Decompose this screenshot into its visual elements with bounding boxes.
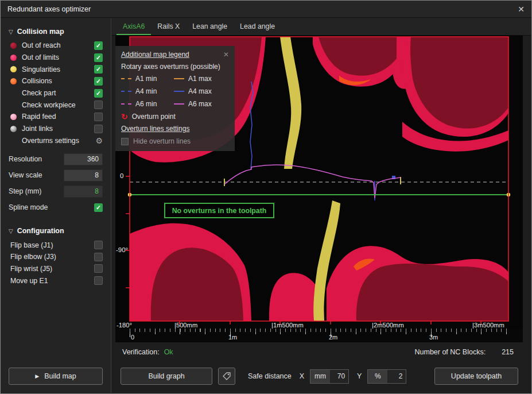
title-bar: Redundant axes optimizer ✕ — [1, 1, 531, 18]
check-workpiece-checkbox[interactable] — [94, 101, 103, 109]
ruler-label-1m: 1m — [228, 334, 237, 341]
collision-map-title: Collision map — [17, 28, 64, 36]
build-graph-label: Build graph — [148, 372, 184, 380]
step-row: Step (mm) — [1, 183, 111, 199]
overturn-lines-settings-link[interactable]: Overturn lines settings — [121, 125, 229, 133]
verification-label: Verification: — [122, 348, 160, 356]
ruler-label-0: 0 — [131, 334, 134, 341]
safe-distance-y-label: Y — [357, 372, 362, 380]
gear-icon[interactable]: ⚙ — [95, 136, 103, 145]
y-unit-select[interactable]: % — [368, 370, 387, 383]
collisions-checkbox[interactable]: ✓ — [94, 77, 103, 86]
a6-min-line-sample — [121, 103, 131, 105]
resolution-input[interactable] — [64, 153, 103, 165]
a1-min-line-sample — [121, 78, 131, 79]
flip-elbow-checkbox[interactable] — [94, 253, 103, 261]
nc-blocks-value: 215 — [502, 348, 514, 356]
a4-min-label: A4 min — [135, 87, 157, 95]
overturn-point-label: Overturn point — [132, 113, 176, 121]
y-value-input[interactable]: 2 — [387, 370, 406, 383]
overturn-point-row: ↻ Overturn point — [121, 110, 229, 123]
x-axis-label-2m500mm: |2m500mm — [372, 322, 404, 329]
a1-max-label: A1 max — [188, 75, 212, 83]
a6-max-label: A6 max — [188, 100, 212, 108]
rapid-feed-checkbox[interactable] — [94, 113, 103, 121]
flip-wrist-checkbox[interactable] — [94, 264, 103, 273]
legend-panel-title[interactable]: Additional map legend — [121, 51, 189, 59]
verification-value: Ok — [164, 348, 173, 356]
main-area: AxisA6 Rails X Lean angle Lead angle — [112, 18, 531, 393]
a1-max-line-sample — [174, 78, 184, 79]
legend-item-label: Rapid feed — [22, 113, 94, 121]
spline-mode-label: Spline mode — [9, 203, 48, 211]
tag-button[interactable] — [218, 368, 235, 385]
check-part-checkbox[interactable]: ✓ — [94, 89, 103, 98]
tag-icon — [222, 372, 231, 381]
tab-lean-angle[interactable]: Lean angle — [186, 18, 234, 35]
legend-item-label: Singularities — [22, 65, 94, 74]
step-input[interactable] — [64, 186, 103, 198]
resolution-label: Resolution — [9, 155, 42, 163]
view-scale-input[interactable] — [64, 169, 103, 181]
out-of-limits-checkbox[interactable]: ✓ — [94, 53, 103, 62]
hide-overturn-lines-label: Hide overturn lines — [133, 137, 191, 145]
build-map-button[interactable]: ▶ Build map — [9, 368, 103, 385]
legend-row-a4: A4 min A4 max — [121, 85, 229, 98]
a1-min-label: A1 min — [135, 75, 157, 83]
joint-links-checkbox[interactable] — [94, 125, 103, 133]
window-title: Redundant axes optimizer — [7, 5, 91, 13]
tab-axisa6[interactable]: AxisA6 — [117, 18, 151, 35]
configuration-section-header[interactable]: ▽ Configuration — [1, 223, 111, 239]
config-item-label: Move up E1 — [10, 277, 94, 285]
legend-item-joint-links: Joint links — [1, 123, 111, 135]
play-icon: ▶ — [35, 373, 39, 379]
out-of-limits-color-dot — [10, 55, 17, 61]
x-axis-ruler: 0 1m 2m 3m — [115, 329, 523, 342]
legend-item-check-workpiece: Check workpiece — [1, 99, 111, 111]
redundant-axes-optimizer-window: Redundant axes optimizer ✕ ▽ Collision m… — [0, 0, 532, 394]
update-toolpath-button[interactable]: Update toolpath — [434, 368, 518, 385]
collisions-color-dot — [10, 78, 17, 84]
bottom-toolbar: Build graph Safe distance X mm 70 Y % 2 … — [112, 366, 531, 386]
collision-map-section-header[interactable]: ▽ Collision map — [1, 24, 111, 40]
update-toolpath-label: Update toolpath — [451, 372, 502, 380]
config-flip-base-row: Flip base (J1) — [1, 239, 111, 251]
overturns-settings-label: Overturns settings — [22, 137, 95, 145]
x-axis-label-500mm: |500mm — [174, 322, 197, 329]
out-of-reach-color-dot — [10, 43, 17, 49]
view-scale-label: View scale — [9, 171, 42, 179]
tab-rails-x[interactable]: Rails X — [151, 18, 186, 35]
spacer-dot — [10, 137, 17, 144]
flip-base-checkbox[interactable] — [94, 241, 103, 249]
y-axis-label-0: 0 — [120, 172, 123, 179]
build-graph-button[interactable]: Build graph — [121, 368, 212, 385]
check-icon: ✓ — [96, 55, 101, 61]
no-overturns-annotation: No overturns in the toolpath — [164, 203, 274, 218]
close-icon[interactable]: ✕ — [518, 5, 525, 14]
step-label: Step (mm) — [9, 187, 41, 195]
x-unit-select[interactable]: mm — [310, 370, 330, 383]
hide-overturn-lines-checkbox[interactable] — [121, 138, 129, 145]
spacer-dot — [10, 102, 17, 108]
tab-lead-angle[interactable]: Lead angle — [234, 18, 281, 35]
x-axis-label-1m500mm: |1m500mm — [271, 322, 304, 329]
legend-item-label: Check part — [22, 89, 94, 97]
legend-item-collisions: Collisions ✓ — [1, 75, 111, 87]
spline-mode-checkbox[interactable]: ✓ — [94, 203, 103, 212]
move-up-e1-checkbox[interactable] — [94, 276, 103, 285]
legend-item-label: Joint links — [22, 125, 94, 133]
out-of-reach-checkbox[interactable]: ✓ — [94, 41, 103, 50]
singularities-checkbox[interactable]: ✓ — [94, 65, 103, 74]
legend-close-icon[interactable]: ✕ — [223, 51, 229, 59]
legend-item-check-part: Check part ✓ — [1, 87, 111, 99]
safe-distance-x-label: X — [300, 372, 304, 380]
spline-mode-row: Spline mode ✓ — [1, 199, 111, 215]
safe-distance-label: Safe distance — [248, 372, 292, 380]
legend-item-rapid-feed: Rapid feed — [1, 111, 111, 123]
legend-item-singularities: Singularities ✓ — [1, 63, 111, 75]
overturns-settings-row[interactable]: Overturns settings ⚙ — [1, 135, 111, 147]
x-value-input[interactable]: 70 — [330, 370, 348, 383]
collision-map-chart[interactable]: 0 -90° -180° |500mm |1m500mm |2m500mm |3… — [115, 36, 523, 329]
build-map-label: Build map — [44, 372, 76, 380]
view-scale-row: View scale — [1, 167, 111, 183]
